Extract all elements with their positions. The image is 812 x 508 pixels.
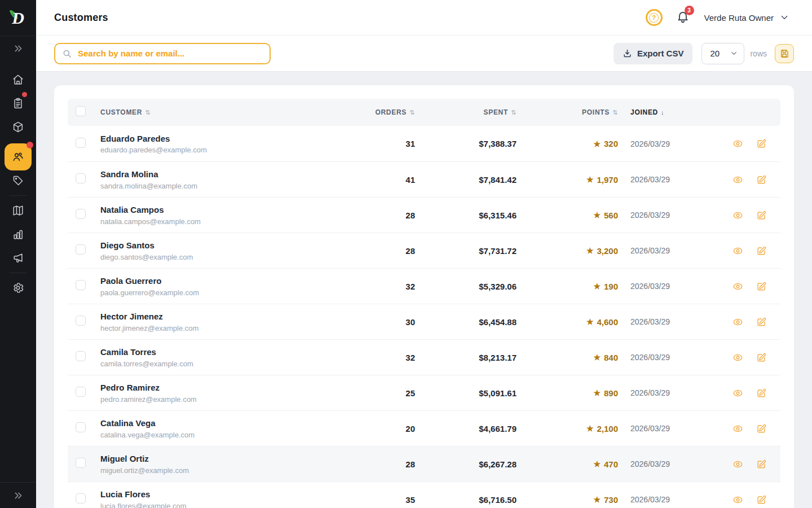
column-label: ORDERS xyxy=(375,108,407,116)
points-value: ★ 730 xyxy=(517,495,618,505)
sidebar-item-products[interactable] xyxy=(5,115,32,139)
table-row[interactable]: Catalina Vega catalina.vega@example.com … xyxy=(68,410,780,446)
table-row[interactable]: Camila Torres camila.torres@example.com … xyxy=(68,339,780,375)
points-number: 730 xyxy=(604,495,618,505)
view-customer-button[interactable] xyxy=(732,352,743,363)
points-value: ★ 190 xyxy=(517,282,618,291)
column-header-customer[interactable]: CUSTOMER ⇅ xyxy=(100,108,364,116)
users-icon xyxy=(12,151,24,163)
row-checkbox[interactable] xyxy=(76,458,86,468)
edit-customer-button[interactable] xyxy=(756,317,767,327)
column-header-orders[interactable]: ORDERS ⇅ xyxy=(364,108,415,116)
sidebar-item-orders[interactable] xyxy=(5,91,32,115)
rows-per-page-select[interactable]: 20 xyxy=(701,43,744,64)
sidebar-item-tags[interactable] xyxy=(5,169,32,192)
edit-customer-button[interactable] xyxy=(756,423,767,434)
sidebar-item-analytics[interactable] xyxy=(5,222,32,246)
table-row[interactable]: Eduardo Paredes eduardo.paredes@example.… xyxy=(68,126,780,161)
view-customer-button[interactable] xyxy=(732,210,743,221)
column-header-points[interactable]: POINTS ⇅ xyxy=(517,108,618,116)
sidebar-item-customers[interactable] xyxy=(5,143,32,170)
edit-customer-button[interactable] xyxy=(756,352,767,363)
view-customer-button[interactable] xyxy=(732,138,743,149)
customers-table-card: CUSTOMER ⇅ ORDERS ⇅ SPENT ⇅ POINTS ⇅ JOI… xyxy=(54,85,794,508)
sidebar-collapse-button[interactable] xyxy=(12,489,24,502)
help-button[interactable]: ? xyxy=(646,9,663,26)
row-checkbox[interactable] xyxy=(76,493,86,503)
points-number: 840 xyxy=(604,353,618,362)
points-number: 320 xyxy=(604,139,618,148)
sidebar-item-catalog[interactable] xyxy=(5,199,32,222)
view-customer-button[interactable] xyxy=(732,388,743,398)
sort-icon: ⇅ xyxy=(511,109,517,116)
joined-value: 2026/03/29 xyxy=(618,353,718,362)
view-customer-button[interactable] xyxy=(732,423,743,434)
row-checkbox[interactable] xyxy=(76,351,86,361)
table-row[interactable]: Sandra Molina sandra.molina@example.com … xyxy=(68,161,780,197)
eye-icon xyxy=(732,138,743,149)
table-row[interactable]: Diego Santos diego.santos@example.com 28… xyxy=(68,233,780,268)
rows-per-page-value: 20 xyxy=(710,49,720,58)
row-checkbox[interactable] xyxy=(76,316,86,326)
app-logo[interactable]: D xyxy=(0,0,36,36)
column-label: CUSTOMER xyxy=(100,108,142,116)
row-checkbox[interactable] xyxy=(76,244,86,255)
spent-value: $6,716.50 xyxy=(415,495,517,505)
star-icon: ★ xyxy=(586,175,594,184)
table-row[interactable]: Pedro Ramirez pedro.ramirez@example.com … xyxy=(68,375,780,410)
sidebar-item-marketing[interactable] xyxy=(5,246,32,270)
table-row[interactable]: Miguel Ortiz miguel.ortiz@example.com 28… xyxy=(68,446,780,481)
table-row[interactable]: Paola Guerrero paola.guerrero@example.co… xyxy=(68,268,780,304)
table-row[interactable]: Natalia Campos natalia.campos@example.co… xyxy=(68,197,780,233)
view-customer-button[interactable] xyxy=(732,246,743,256)
search-box[interactable] xyxy=(54,43,271,64)
row-checkbox[interactable] xyxy=(76,280,86,290)
points-value: ★ 890 xyxy=(517,388,618,398)
table-row[interactable]: Hector Jimenez hector.jimenez@example.co… xyxy=(68,304,780,339)
save-floppy-icon xyxy=(779,49,789,59)
user-menu-name[interactable]: Verde Ruta Owner xyxy=(704,13,774,23)
customer-email: miguel.ortiz@example.com xyxy=(100,466,364,475)
table-row[interactable]: Lucia Flores lucia.flores@example.com 35… xyxy=(68,481,780,508)
edit-customer-button[interactable] xyxy=(756,494,767,505)
points-number: 190 xyxy=(604,282,618,291)
points-value: ★ 470 xyxy=(517,459,618,469)
notifications-button[interactable]: 3 xyxy=(676,10,690,25)
edit-pencil-icon xyxy=(756,317,767,327)
joined-value: 2026/03/29 xyxy=(618,139,718,148)
row-checkbox[interactable] xyxy=(76,422,86,432)
points-number: 560 xyxy=(604,211,618,220)
customer-email: hector.jimenez@example.com xyxy=(100,324,364,332)
table-header-row: CUSTOMER ⇅ ORDERS ⇅ SPENT ⇅ POINTS ⇅ JOI… xyxy=(68,99,780,126)
view-customer-button[interactable] xyxy=(732,174,743,185)
view-customer-button[interactable] xyxy=(732,281,743,292)
search-input[interactable] xyxy=(78,49,263,58)
sidebar-item-home[interactable] xyxy=(5,68,32,91)
edit-pencil-icon xyxy=(756,388,767,398)
column-header-spent[interactable]: SPENT ⇅ xyxy=(415,108,517,116)
view-customer-button[interactable] xyxy=(732,317,743,327)
edit-customer-button[interactable] xyxy=(756,210,767,221)
view-customer-button[interactable] xyxy=(732,459,743,470)
edit-customer-button[interactable] xyxy=(756,138,767,149)
edit-customer-button[interactable] xyxy=(756,246,767,256)
view-customer-button[interactable] xyxy=(732,494,743,505)
edit-customer-button[interactable] xyxy=(756,174,767,185)
star-icon: ★ xyxy=(586,317,594,326)
column-header-joined[interactable]: JOINED ↓ xyxy=(618,108,718,116)
export-csv-button[interactable]: Export CSV xyxy=(614,43,693,64)
customer-name: Sandra Molina xyxy=(100,169,364,180)
row-checkbox[interactable] xyxy=(76,138,86,148)
select-all-checkbox[interactable] xyxy=(76,106,86,116)
edit-customer-button[interactable] xyxy=(756,388,767,398)
row-checkbox[interactable] xyxy=(76,209,86,219)
sidebar-expand-button[interactable] xyxy=(5,40,32,58)
edit-customer-button[interactable] xyxy=(756,281,767,292)
row-checkbox[interactable] xyxy=(76,387,86,397)
row-checkbox[interactable] xyxy=(76,173,86,183)
sidebar-item-settings[interactable] xyxy=(5,276,32,300)
save-view-button[interactable] xyxy=(775,44,794,63)
edit-customer-button[interactable] xyxy=(756,459,767,470)
user-menu-button[interactable] xyxy=(779,12,789,23)
eye-icon xyxy=(732,459,743,470)
